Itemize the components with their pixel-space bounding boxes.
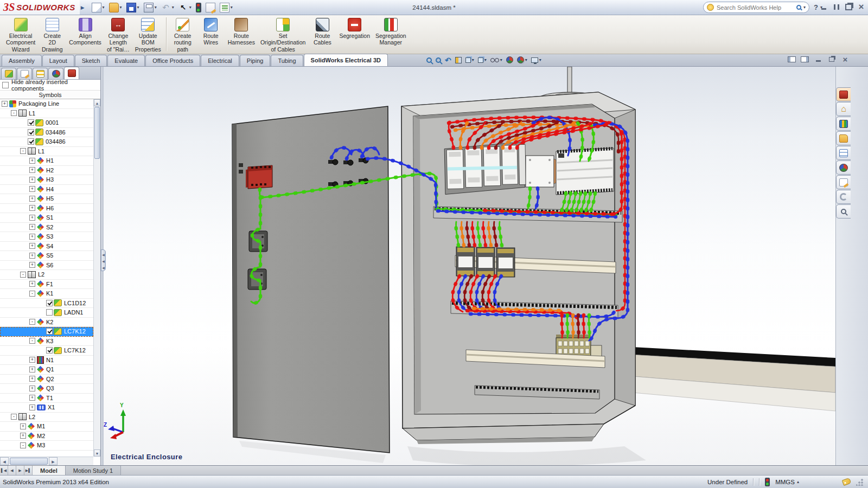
dropdown-arrow-icon[interactable]: ▾ [525, 57, 527, 62]
expander-icon[interactable]: + [29, 262, 35, 268]
tree-item-l2[interactable]: -L2 [0, 270, 93, 280]
tab-scroll-first-icon[interactable]: ▌◀ [0, 466, 8, 475]
visibility-checkbox[interactable] [28, 119, 34, 126]
command-tab[interactable]: Piping [240, 55, 271, 66]
toolbar-button[interactable]: ▾ [142, 2, 158, 14]
panel-tab[interactable] [33, 68, 48, 79]
expander-icon[interactable]: - [20, 272, 26, 278]
expander-icon[interactable]: + [29, 404, 35, 410]
tree-item-k3[interactable]: -K3 [0, 337, 93, 346]
document-tab[interactable]: Motion Study 1 [66, 466, 121, 475]
tree-item-h5[interactable]: +H5 [0, 194, 93, 204]
expander-icon[interactable]: + [20, 433, 26, 439]
dropdown-arrow-icon[interactable]: ▾ [231, 5, 233, 10]
command-tab[interactable]: Layout [42, 55, 74, 66]
view-tool-button[interactable]: ▾ [531, 57, 541, 63]
visibility-checkbox[interactable] [28, 129, 34, 136]
tree-item-q1[interactable]: +Q1 [0, 365, 93, 375]
tree-item-s2[interactable]: +S2 [0, 223, 93, 233]
dropdown-arrow-icon[interactable]: ▾ [103, 5, 105, 10]
task-pane-tab[interactable] [836, 190, 851, 204]
visibility-checkbox[interactable] [46, 300, 53, 306]
view-tool-button[interactable] [455, 57, 462, 63]
tree-item-q2[interactable]: +Q2 [0, 375, 93, 384]
view-tool-button[interactable]: ▾ [517, 56, 527, 63]
expander-icon[interactable]: - [29, 338, 35, 344]
help-button[interactable]: ? [814, 3, 818, 11]
dropdown-arrow-icon[interactable]: ▾ [500, 57, 502, 62]
visibility-checkbox[interactable] [46, 347, 53, 354]
expander-icon[interactable]: + [29, 281, 35, 287]
tree-item-s4[interactable]: +S4 [0, 242, 93, 252]
visibility-checkbox[interactable] [28, 138, 34, 145]
tree-item-lc1d12[interactable]: LC1D12 [0, 299, 93, 309]
tree-item-q3[interactable]: +Q3 [0, 384, 93, 394]
task-pane-tab[interactable] [836, 87, 851, 101]
toolbar-button[interactable]: ▾ [125, 2, 141, 14]
doc-minimize-icon[interactable] [814, 56, 822, 63]
tree-item-lc7k12[interactable]: LC7K12 [0, 327, 93, 337]
scroll-right-icon[interactable]: ▶ [49, 457, 58, 465]
tree-item-s6[interactable]: +S6 [0, 261, 93, 271]
toolbar-button[interactable] [194, 2, 203, 14]
tree-vertical-scrollbar[interactable]: ▲ ▼ [93, 99, 100, 457]
expander-icon[interactable]: + [29, 177, 35, 183]
view-tool-button[interactable] [436, 57, 441, 63]
tab-scroll-last-icon[interactable]: ▶▌ [24, 466, 33, 475]
visibility-checkbox[interactable] [46, 328, 53, 335]
tag-icon[interactable] [842, 478, 852, 486]
dropdown-arrow-icon[interactable]: ▾ [120, 5, 122, 10]
restore-windows-icon[interactable] [844, 3, 853, 11]
ribbon-button[interactable]: Create 2D Drawing [38, 17, 66, 53]
toolbar-button[interactable] [204, 2, 217, 14]
panel-tab[interactable] [1, 68, 16, 79]
view-tool-button[interactable] [445, 55, 451, 65]
help-search-box[interactable]: ▾ [703, 2, 809, 13]
tree-item-k1[interactable]: -K1 [0, 289, 93, 299]
tree-item-h4[interactable]: +H4 [0, 185, 93, 195]
splitter-collapse-handle[interactable]: ◀◀◀ [101, 249, 106, 271]
tree-item-034486[interactable]: 034486 [0, 128, 93, 138]
expander-icon[interactable]: - [20, 442, 26, 448]
expander-icon[interactable]: + [20, 423, 26, 429]
panel-tab[interactable] [17, 68, 32, 79]
task-pane-tab[interactable] [836, 146, 851, 160]
scroll-down-icon[interactable]: ▼ [94, 450, 100, 457]
tree-item-h3[interactable]: +H3 [0, 175, 93, 185]
dropdown-arrow-icon[interactable]: ▾ [472, 57, 474, 62]
tree-item-s3[interactable]: +S3 [0, 232, 93, 242]
scroll-left-icon[interactable]: ◀ [0, 457, 9, 465]
command-tab[interactable]: SolidWorks Electrical 3D [304, 54, 388, 66]
pane-right-icon[interactable] [801, 56, 809, 62]
expander-icon[interactable]: + [29, 376, 35, 382]
tree-item-l1[interactable]: -L1 [0, 147, 93, 157]
tree-item-s1[interactable]: +S1 [0, 213, 93, 223]
view-tool-button[interactable] [426, 57, 432, 63]
command-tab[interactable]: Tubing [271, 55, 303, 66]
expander-icon[interactable]: + [29, 196, 35, 202]
expander-icon[interactable]: + [29, 186, 35, 192]
dropdown-arrow-icon[interactable]: ▾ [189, 5, 192, 10]
tree-item-ladn1[interactable]: LADN1 [0, 308, 93, 318]
tree-item-m3[interactable]: -M3 [0, 441, 93, 451]
ribbon-button[interactable]: Electrical Component Wizard [3, 17, 38, 53]
command-tab[interactable]: Evaluate [107, 55, 145, 66]
tree-horizontal-scrollbar[interactable]: ◀ ▶ [0, 457, 93, 465]
tree-item-n1[interactable]: +N1 [0, 356, 93, 365]
task-pane-tab[interactable] [836, 131, 851, 145]
view-tool-button[interactable]: ▾ [465, 57, 474, 63]
toolbar-button[interactable]: ▾ [90, 2, 106, 14]
minimize-icon[interactable] [819, 3, 828, 11]
tree-item-m2[interactable]: +M2 [0, 432, 93, 441]
expander-icon[interactable]: + [29, 215, 35, 221]
expander-icon[interactable]: + [29, 167, 35, 173]
expander-icon[interactable]: + [29, 243, 35, 249]
dropdown-arrow-icon[interactable]: ▾ [155, 5, 157, 10]
task-pane-tab[interactable] [836, 160, 851, 175]
search-input[interactable] [717, 4, 796, 11]
task-pane-tab[interactable] [836, 204, 851, 219]
doc-close-icon[interactable] [841, 56, 850, 63]
tree-item-m1[interactable]: +M1 [0, 422, 93, 432]
toolbar-button[interactable]: ▾ [107, 2, 124, 14]
toolbar-button[interactable]: ▾ [177, 2, 193, 14]
